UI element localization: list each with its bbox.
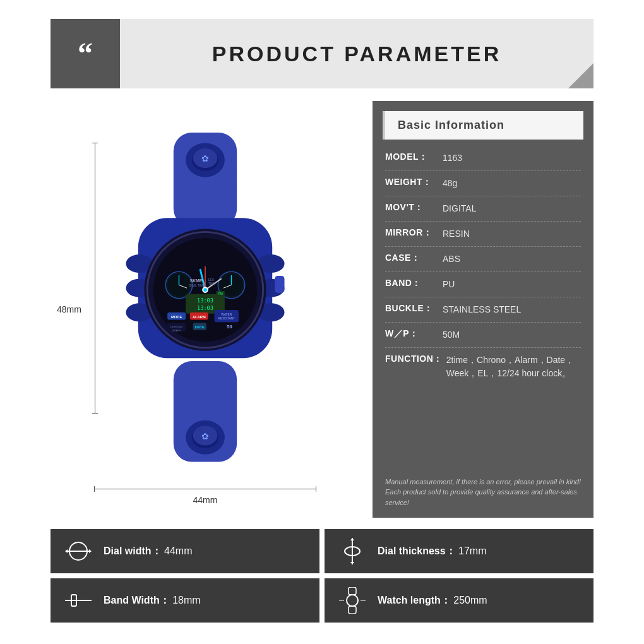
dim-line-height	[95, 143, 95, 414]
metric-label-1: Dial thickness：	[378, 546, 456, 556]
spec-label: MOV'T：	[385, 202, 439, 213]
svg-text:EEK: EEK	[208, 278, 215, 282]
metric-label-3: Watch length：	[378, 595, 451, 605]
metric-label-2: Band Width：	[104, 595, 170, 605]
specs-header: Basic Information	[383, 111, 583, 140]
svg-rect-72	[349, 587, 356, 595]
svg-text:✿: ✿	[201, 432, 209, 441]
metric-value-1: 17mm	[458, 546, 486, 556]
specs-note: Manual measurement, if there is an error…	[373, 472, 593, 508]
bottom-metrics: Dial width： 44mm Dial thickness： 17mm Ba…	[51, 529, 593, 623]
svg-text:WATER: WATER	[221, 313, 232, 316]
svg-text:SKMEI: SKMEI	[190, 278, 204, 283]
spec-label: BAND：	[385, 278, 439, 289]
svg-text:50: 50	[227, 324, 232, 330]
spec-value: ABS	[443, 253, 581, 266]
header-section: “ PRODUCT PARAMETER	[51, 19, 593, 88]
dim-label-height: 48mm	[57, 304, 81, 314]
svg-text:✿: ✿	[201, 154, 209, 164]
page-title: PRODUCT PARAMETER	[120, 42, 593, 66]
band-width-icon	[63, 585, 93, 616]
svg-marker-61	[65, 549, 68, 553]
svg-text:13:03: 13:03	[197, 297, 213, 304]
svg-text:DATE: DATE	[195, 325, 205, 329]
dial-thickness-icon	[337, 536, 367, 566]
svg-text:CHRONO: CHRONO	[170, 325, 183, 328]
svg-point-32	[203, 288, 207, 292]
svg-text:GRAPH: GRAPH	[172, 329, 181, 332]
spec-label: BUCKLE：	[385, 303, 439, 314]
spec-value: 1163	[443, 152, 581, 165]
specs-panel: Basic Information MODEL：1163WEIGHT：48gMO…	[373, 101, 593, 518]
spec-value: 50M	[443, 328, 581, 342]
svg-marker-62	[89, 549, 92, 553]
header-corner-decoration	[568, 63, 593, 88]
spec-value: 48g	[443, 177, 581, 190]
svg-text:DUAL TIME: DUAL TIME	[189, 284, 205, 287]
quote-icon: “	[78, 39, 93, 69]
spec-value: DIGITAL	[443, 202, 581, 215]
svg-text:RESISTANT: RESISTANT	[218, 317, 235, 320]
spec-label: W／P：	[385, 328, 439, 340]
specs-note-line1: Manual measurement, if there is an error…	[385, 477, 581, 487]
spec-row-1: WEIGHT：48g	[385, 171, 581, 196]
watch-image: ✿	[98, 133, 313, 486]
svg-rect-73	[349, 606, 356, 614]
spec-row-0: MODEL：1163	[385, 146, 581, 171]
svg-text:TIME: TIME	[208, 282, 216, 285]
metric-text-3: Watch length： 250mm	[378, 594, 487, 607]
metric-card-2: Band Width： 18mm	[51, 578, 319, 623]
svg-text:13:03: 13:03	[197, 305, 213, 311]
spec-row-5: BAND：PU	[385, 272, 581, 297]
metric-text-0: Dial width： 44mm	[104, 545, 192, 558]
svg-rect-13	[275, 276, 284, 293]
dial-width-icon	[63, 536, 93, 566]
spec-value: RESIN	[443, 227, 581, 241]
dim-line-width	[94, 489, 317, 489]
watch-length-icon	[337, 585, 367, 616]
svg-text:PM: PM	[218, 292, 223, 295]
spec-row-7: W／P：50M	[385, 323, 581, 348]
metric-text-1: Dial thickness： 17mm	[378, 545, 487, 558]
spec-label: CASE：	[385, 253, 439, 264]
spec-value: PU	[443, 278, 581, 291]
spec-value: 2time，Chrono，Alarm，Date，Week，EL，12/24 ho…	[446, 354, 581, 380]
metric-value-3: 250mm	[453, 595, 487, 605]
spec-row-8: FUNCTION：2time，Chrono，Alarm，Date，Week，EL…	[385, 348, 581, 386]
metric-card-1: Dial thickness： 17mm	[325, 529, 593, 573]
metric-card-3: Watch length： 250mm	[325, 578, 593, 623]
main-content: 48mm 44mm ✿	[51, 101, 593, 518]
svg-text:MODE: MODE	[171, 315, 182, 319]
spec-label: MODEL：	[385, 152, 439, 163]
spec-label: MIRROR：	[385, 227, 439, 239]
spec-value: STAINLESS STEEL	[443, 303, 581, 316]
metric-card-0: Dial width： 44mm	[51, 529, 319, 573]
spec-row-3: MIRROR：RESIN	[385, 222, 581, 247]
svg-marker-66	[350, 562, 354, 564]
specs-header-title: Basic Information	[398, 119, 571, 132]
spec-label: WEIGHT：	[385, 177, 439, 188]
metric-value-0: 44mm	[164, 546, 192, 556]
watch-section: 48mm 44mm ✿	[51, 101, 360, 518]
specs-note-line2: Each product sold to provide quality ass…	[385, 487, 581, 508]
spec-row-2: MOV'T：DIGITAL	[385, 196, 581, 222]
spec-label: FUNCTION：	[385, 354, 443, 365]
svg-point-71	[347, 595, 358, 606]
quote-box: “	[51, 19, 120, 88]
svg-text:ALARM: ALARM	[193, 315, 206, 319]
specs-list: MODEL：1163WEIGHT：48gMOV'T：DIGITALMIRROR：…	[373, 140, 593, 472]
svg-marker-65	[350, 538, 354, 540]
dim-label-width: 44mm	[193, 495, 218, 505]
spec-row-6: BUCKLE：STAINLESS STEEL	[385, 297, 581, 323]
metric-value-2: 18mm	[172, 595, 200, 605]
metric-text-2: Band Width： 18mm	[104, 594, 201, 607]
metric-label-0: Dial width：	[104, 546, 162, 556]
spec-row-4: CASE：ABS	[385, 247, 581, 272]
